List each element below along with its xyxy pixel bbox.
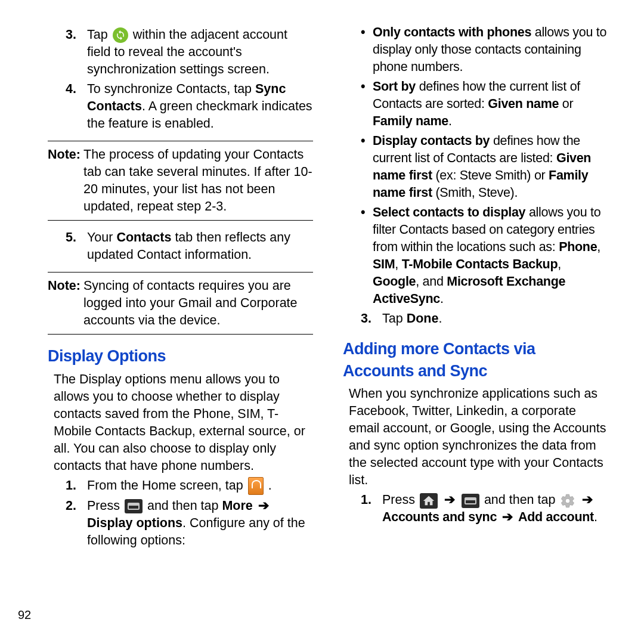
note-block: Note: The process of updating your Conta… xyxy=(48,141,313,221)
step-3: 3. Tap within the adjacent account field… xyxy=(66,26,313,78)
step-text: To synchronize Contacts, tap Sync Contac… xyxy=(87,80,313,132)
bullet-sort-by: • Sort by defines how the current list o… xyxy=(361,78,608,130)
step-text: Your Contacts tab then reflects any upda… xyxy=(87,229,313,264)
step-number: 3. xyxy=(361,310,382,327)
step-number: 4. xyxy=(66,80,87,132)
menu-icon xyxy=(125,499,143,513)
display-intro: The Display options menu allows you to a… xyxy=(54,371,313,475)
step-number: 1. xyxy=(361,491,382,526)
step-5: 5. Your Contacts tab then reflects any u… xyxy=(66,229,313,264)
menu-icon xyxy=(462,494,479,508)
display-step-1: 1. From the Home screen, tap . xyxy=(66,477,313,495)
step-text: Tap Done. xyxy=(382,310,608,327)
step-4: 4. To synchronize Contacts, tap Sync Con… xyxy=(66,80,313,132)
adding-step-1: 1. Press ➔ and then tap ➔ Accounts and s… xyxy=(361,491,608,526)
note-label: Note: xyxy=(48,277,83,329)
display-step-2: 2. Press and then tap More ➔ Display opt… xyxy=(66,497,313,549)
step-text: Tap within the adjacent account field to… xyxy=(87,26,313,78)
home-icon xyxy=(420,493,438,509)
heading-display-options: Display Options xyxy=(48,345,313,367)
manual-page: 3. Tap within the adjacent account field… xyxy=(0,0,644,590)
note-label: Note: xyxy=(48,146,83,215)
step-text: Press and then tap More ➔ Display option… xyxy=(87,497,313,549)
note-body: The process of updating your Contacts ta… xyxy=(83,146,313,215)
gear-icon xyxy=(560,493,575,509)
right-step-3: 3. Tap Done. xyxy=(361,310,608,327)
sync-icon xyxy=(113,27,128,43)
step-number: 2. xyxy=(66,497,87,549)
bullet-select-display: • Select contacts to display allows you … xyxy=(361,204,608,308)
page-number: 92 xyxy=(18,608,644,622)
adding-intro: When you synchronize applications such a… xyxy=(349,385,608,489)
bullet-display-by: • Display contacts by defines how the cu… xyxy=(361,132,608,202)
step-number: 5. xyxy=(66,229,87,264)
note-block: Note: Syncing of contacts requires you a… xyxy=(48,272,313,335)
bullet-only-contacts: • Only contacts with phones allows you t… xyxy=(361,24,608,76)
step-text: Press ➔ and then tap ➔ Accounts and sync… xyxy=(382,491,608,526)
step-number: 3. xyxy=(66,26,87,78)
step-number: 1. xyxy=(66,477,87,495)
contacts-icon xyxy=(248,477,264,495)
heading-adding-contacts: Adding more Contacts via Accounts and Sy… xyxy=(343,338,608,382)
note-body: Syncing of contacts requires you are log… xyxy=(83,277,313,329)
step-text: From the Home screen, tap . xyxy=(87,477,313,495)
